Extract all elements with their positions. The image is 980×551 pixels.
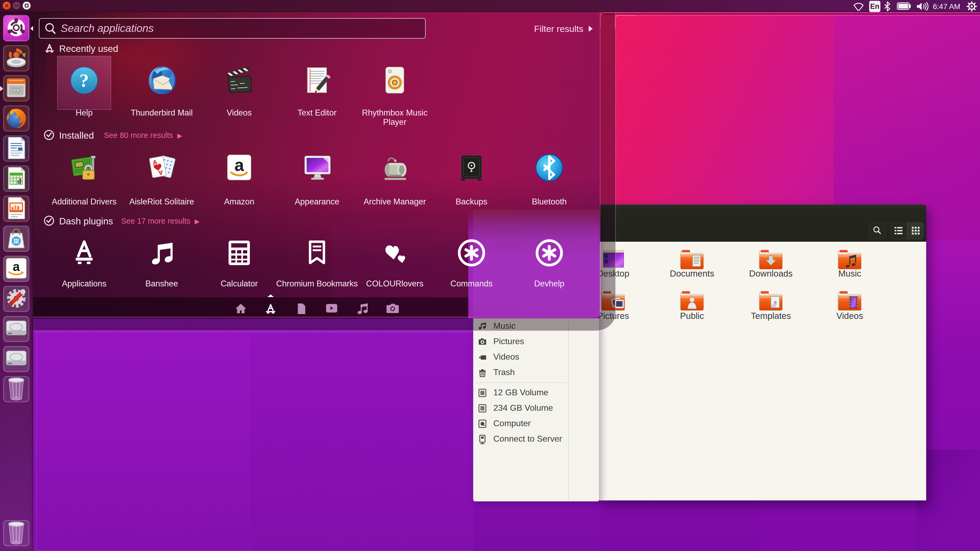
svg-text:a: a — [13, 259, 20, 274]
